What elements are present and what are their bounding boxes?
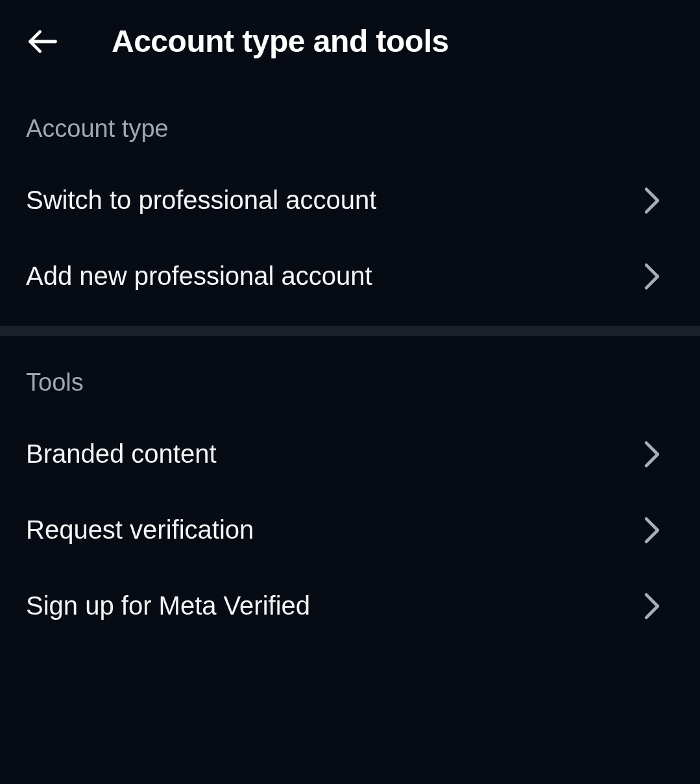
list-item-label: Switch to professional account xyxy=(26,186,376,215)
list-item-label: Request verification xyxy=(26,515,254,545)
section-account-type: Account type Switch to professional acco… xyxy=(0,82,700,314)
list-item-request-verification[interactable]: Request verification xyxy=(26,492,674,568)
section-header-account-type: Account type xyxy=(26,82,674,162)
arrow-left-icon xyxy=(26,25,60,58)
list-item-label: Add new professional account xyxy=(26,262,372,291)
header: Account type and tools xyxy=(0,0,700,82)
section-header-tools: Tools xyxy=(26,336,674,416)
back-button[interactable] xyxy=(26,25,60,58)
chevron-right-icon xyxy=(643,440,661,469)
chevron-right-icon xyxy=(643,592,661,620)
chevron-right-icon xyxy=(643,516,661,545)
chevron-right-icon xyxy=(643,262,661,291)
chevron-right-icon xyxy=(643,186,661,215)
list-item-label: Sign up for Meta Verified xyxy=(26,591,310,620)
list-item-meta-verified[interactable]: Sign up for Meta Verified xyxy=(26,568,674,644)
list-item-branded-content[interactable]: Branded content xyxy=(26,416,674,492)
list-item-switch-professional[interactable]: Switch to professional account xyxy=(26,162,674,238)
list-item-add-professional[interactable]: Add new professional account xyxy=(26,238,674,314)
page-title: Account type and tools xyxy=(112,23,449,59)
section-divider xyxy=(0,326,700,336)
list-item-label: Branded content xyxy=(26,439,217,469)
section-tools: Tools Branded content Request verificati… xyxy=(0,336,700,644)
